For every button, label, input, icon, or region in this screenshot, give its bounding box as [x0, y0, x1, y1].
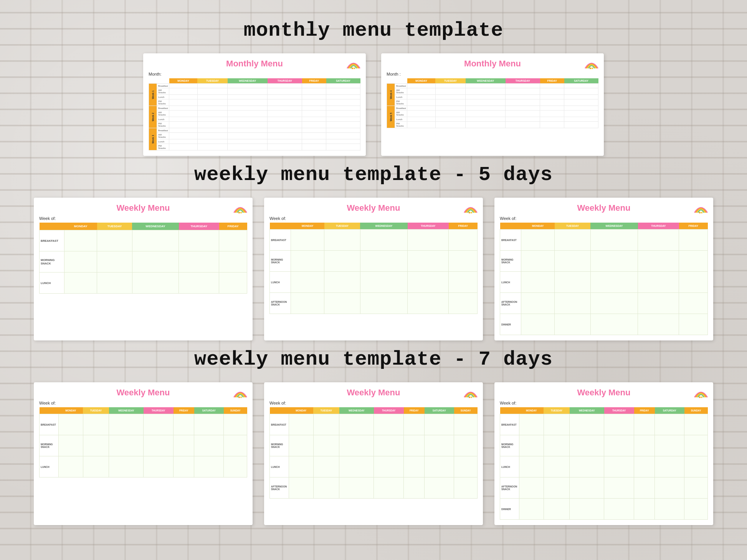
svg-rect-12 — [469, 396, 470, 398]
weekly5-card-title-1: Weekly Menu — [117, 203, 170, 213]
lunch-label-w7-1: LUNCH — [40, 456, 59, 477]
svg-rect-5 — [240, 212, 242, 213]
week-1-label: Week 1 — [149, 84, 157, 106]
svg-rect-15 — [701, 396, 702, 398]
rainbow-icon-w7-1 — [233, 387, 247, 398]
weekly5-row: Weekly Menu Week of: MONDAY TUESDAY — [15, 198, 732, 340]
weekly7-table-2: MONDAY TUESDAY WEDNESDAY THURSDAY FRIDAY… — [269, 407, 478, 499]
weekly5-table-3: MONDAY TUESDAY WEDNESDAY THURSDAY FRIDAY… — [500, 223, 708, 335]
rainbow-icon-2 — [585, 58, 598, 69]
svg-rect-3 — [592, 68, 593, 69]
weekly7-section-title: weekly menu template - 7 days — [15, 348, 732, 371]
weekly5-card-2: Weekly Menu Week of: MONDAY TUESDAY — [264, 198, 483, 340]
morning-snack-label-w7-1: MORNINGSNACK — [40, 435, 59, 456]
svg-rect-7 — [471, 212, 472, 213]
week-of-label-w5-1: Week of: — [39, 216, 247, 221]
svg-rect-4 — [238, 212, 240, 213]
weekly7-card-1: Weekly Menu Week of: MONDAY TUESDAY — [34, 382, 253, 525]
afternoon-snack-label-w7-3: AFTERNOONSNACK — [500, 477, 519, 499]
card-header-2: Monthly Menu — [387, 59, 598, 69]
week-5-label: Week 5 — [387, 106, 395, 128]
afternoon-snack-label-w7-2: AFTERNOONSNACK — [270, 477, 289, 499]
morning-snack-label-w5-1: MORNINGSNACK — [40, 251, 64, 273]
week-of-label-w5-3: Week of: — [500, 216, 708, 221]
lunch-label-w7-2: LUNCH — [270, 456, 289, 477]
weekly5-card-3: Weekly Menu Week of: MONDAY TUESDAY — [494, 198, 713, 340]
svg-rect-13 — [471, 396, 472, 398]
dinner-label-w5-3: DINNER — [500, 314, 521, 335]
afternoon-snack-label-w5-3: AFTERNOONSNACK — [500, 293, 521, 314]
monthly-table-1: MONDAY TUESDAY WEDNESDAY THURSDAY FRIDAY… — [149, 78, 360, 150]
weekly5-card-title-3: Weekly Menu — [577, 203, 631, 213]
monthly-table-2: MONDAY TUESDAY WEDNESDAY THURSDAY FRIDAY… — [387, 78, 598, 128]
svg-rect-14 — [699, 396, 701, 398]
monthly-section-title: monthly menu template — [15, 19, 732, 42]
card-header-1: Monthly Menu — [149, 59, 360, 69]
monthly-card-2: Monthly Menu Month : MONDAY — [381, 53, 604, 156]
month-label-1: Month: — [149, 72, 360, 76]
lunch-label-w5-2: LUNCH — [270, 272, 291, 293]
weekly5-card-header-3: Weekly Menu — [500, 203, 708, 213]
monthly-row: Monthly Menu Month: MONDAY — [15, 53, 732, 156]
svg-rect-1 — [354, 68, 355, 69]
weekly7-card-2: Weekly Menu Week of: MONDAY TUESDAY — [264, 382, 483, 525]
afternoon-snack-label-w5-2: AFTERNOONSNACK — [270, 293, 291, 314]
month-label-2: Month : — [387, 72, 598, 76]
rainbow-icon-w5-2 — [464, 202, 478, 214]
monthly-card-title-1: Monthly Menu — [226, 59, 283, 69]
weekly7-card-title-2: Weekly Menu — [347, 388, 400, 398]
morning-snack-label-w5-2: MORNINGSNACK — [270, 251, 291, 272]
weekly7-table-1: MONDAY TUESDAY WEDNESDAY THURSDAY FRIDAY… — [39, 407, 247, 477]
week-3-label: Week 3 — [149, 128, 157, 150]
week-of-label-w7-1: Week of: — [39, 401, 247, 405]
breakfast-label-w7-1: BREAKFAST — [40, 414, 59, 435]
lunch-label-w5-1: LUNCH — [40, 273, 64, 294]
breakfast-label-w5-3: BREAKFAST — [500, 230, 521, 251]
weekly5-section-title: weekly menu template - 5 days — [15, 164, 732, 186]
svg-rect-0 — [352, 68, 353, 69]
weekly5-card-1: Weekly Menu Week of: MONDAY TUESDAY — [34, 198, 253, 340]
weekly7-card-title-3: Weekly Menu — [577, 388, 631, 398]
weekly5-table-1: MONDAY TUESDAY WEDNESDAY THURSDAY FRIDAY… — [39, 223, 247, 294]
weekly7-row: Weekly Menu Week of: MONDAY TUESDAY — [15, 382, 732, 525]
week-of-label-w7-2: Week of: — [269, 401, 478, 405]
breakfast-label-w5-2: BREAKFAST — [270, 230, 291, 251]
weekly5-card-header-2: Weekly Menu — [269, 203, 478, 213]
weekly7-card-header-1: Weekly Menu — [39, 388, 247, 398]
morning-snack-label-w5-3: MORNINGSNACK — [500, 251, 521, 272]
monthly-card-1: Monthly Menu Month: MONDAY — [143, 53, 366, 156]
rainbow-icon-w5-1 — [233, 202, 247, 214]
weekly5-card-header-1: Weekly Menu — [39, 203, 247, 213]
breakfast-label-w7-2: BREAKFAST — [270, 414, 289, 435]
week-of-label-w5-2: Week of: — [269, 216, 478, 221]
week-2-label: Week 2 — [149, 106, 157, 128]
breakfast-label-w7-3: BREAKFAST — [500, 414, 519, 435]
weekly7-card-header-2: Weekly Menu — [269, 388, 478, 398]
svg-rect-6 — [469, 212, 470, 213]
weekly5-card-title-2: Weekly Menu — [347, 203, 400, 213]
svg-rect-9 — [701, 212, 702, 213]
rainbow-icon-w7-2 — [464, 387, 478, 398]
week-of-label-w7-3: Week of: — [500, 401, 708, 405]
main-content: monthly menu template Monthly Menu Month… — [15, 19, 732, 525]
lunch-label-w5-3: LUNCH — [500, 272, 521, 293]
breakfast-label-w5-1: BREAKFAST — [40, 230, 64, 251]
svg-rect-10 — [238, 396, 240, 398]
weekly7-table-3: MONDAY TUESDAY WEDNESDAY THURSDAY FRIDAY… — [500, 407, 708, 520]
svg-rect-2 — [590, 68, 591, 69]
morning-snack-label-w7-3: MORNINGSNACK — [500, 435, 519, 456]
weekly7-card-3: Weekly Menu Week of: MONDAY TUESDAY — [494, 382, 713, 525]
svg-rect-11 — [240, 396, 242, 398]
rainbow-icon-1 — [347, 58, 360, 69]
svg-rect-8 — [699, 212, 701, 213]
dinner-label-w7-3: DINNER — [500, 499, 519, 520]
morning-snack-label-w7-2: MORNINGSNACK — [270, 435, 289, 456]
weekly7-card-title-1: Weekly Menu — [117, 388, 170, 398]
weekly5-table-2: MONDAY TUESDAY WEDNESDAY THURSDAY FRIDAY… — [269, 223, 478, 314]
weekly7-card-header-3: Weekly Menu — [500, 388, 708, 398]
rainbow-icon-w7-3 — [694, 387, 708, 398]
lunch-label-w7-3: LUNCH — [500, 456, 519, 477]
rainbow-icon-w5-3 — [694, 202, 708, 214]
week-4-label: Week 4 — [387, 84, 395, 106]
monthly-card-title-2: Monthly Menu — [464, 59, 521, 69]
